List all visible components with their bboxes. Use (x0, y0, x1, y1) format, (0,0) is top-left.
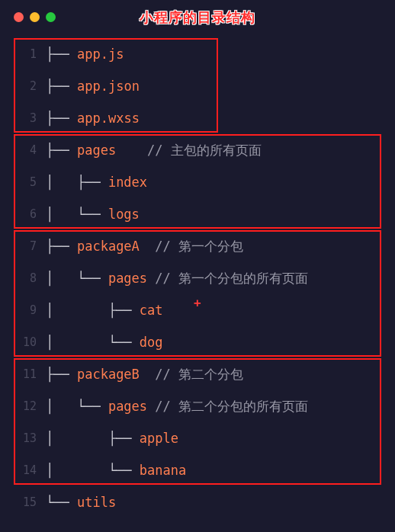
code-line: 15└── utils (11, 486, 384, 518)
line-number: 7 (11, 241, 46, 252)
line-content: ├── app.json (46, 80, 140, 93)
line-number: 10 (11, 337, 46, 348)
line-content: ├── packageB // 第二个分包 (46, 368, 243, 381)
line-content: │ └── logs (46, 208, 140, 221)
window-controls (14, 12, 56, 22)
code-line: 6│ └── logs (11, 198, 384, 230)
line-content: ├── app.wxss (46, 112, 140, 125)
code-line: 5│ ├── index (11, 166, 384, 198)
line-content: └── utils (46, 496, 116, 509)
line-number: 2 (11, 81, 46, 92)
line-number: 1 (11, 49, 46, 60)
code-line: 8│ └── pages // 第一个分包的所有页面 (11, 262, 384, 294)
line-content: │ └── dog (46, 336, 163, 349)
line-content: │ └── pages // 第二个分包的所有页面 (46, 400, 308, 413)
line-number: 14 (11, 465, 46, 476)
code-line: 13│ ├── apple (11, 422, 384, 454)
plus-annotation: + (194, 296, 201, 310)
code-area: + 1├── app.js2├── app.json3├── app.wxss4… (11, 35, 384, 518)
line-number: 3 (11, 113, 46, 124)
code-window: 小程序的目录结构 + 1├── app.js2├── app.json3├── … (0, 0, 395, 532)
titlebar: 小程序的目录结构 (11, 8, 384, 27)
line-number: 9 (11, 305, 46, 316)
line-number: 11 (11, 369, 46, 380)
line-number: 5 (11, 177, 46, 188)
maximize-icon[interactable] (46, 12, 56, 22)
code-line: 11├── packageB // 第二个分包 (11, 358, 384, 390)
close-icon[interactable] (14, 12, 24, 22)
line-content: │ └── pages // 第一个分包的所有页面 (46, 272, 308, 285)
line-number: 8 (11, 273, 46, 284)
code-line: 10│ └── dog (11, 326, 384, 358)
line-number: 12 (11, 401, 46, 412)
line-number: 13 (11, 433, 46, 444)
line-content: │ ├── index (46, 176, 147, 189)
line-number: 4 (11, 145, 46, 156)
line-number: 15 (11, 497, 46, 508)
line-content: │ ├── cat (46, 304, 163, 317)
line-content: │ └── banana (46, 464, 186, 477)
code-line: 1├── app.js (11, 38, 384, 70)
code-line: 14│ └── banana (11, 454, 384, 486)
code-line: 3├── app.wxss (11, 102, 384, 134)
code-line: 12│ └── pages // 第二个分包的所有页面 (11, 390, 384, 422)
line-content: ├── packageA // 第一个分包 (46, 240, 243, 253)
line-content: ├── pages // 主包的所有页面 (46, 144, 262, 157)
minimize-icon[interactable] (30, 12, 40, 22)
line-content: ├── app.js (46, 48, 124, 61)
code-line: 2├── app.json (11, 70, 384, 102)
line-content: │ ├── apple (46, 432, 178, 445)
window-title: 小程序的目录结构 (11, 8, 384, 27)
code-line: 4├── pages // 主包的所有页面 (11, 134, 384, 166)
line-number: 6 (11, 209, 46, 220)
code-line: 7├── packageA // 第一个分包 (11, 230, 384, 262)
